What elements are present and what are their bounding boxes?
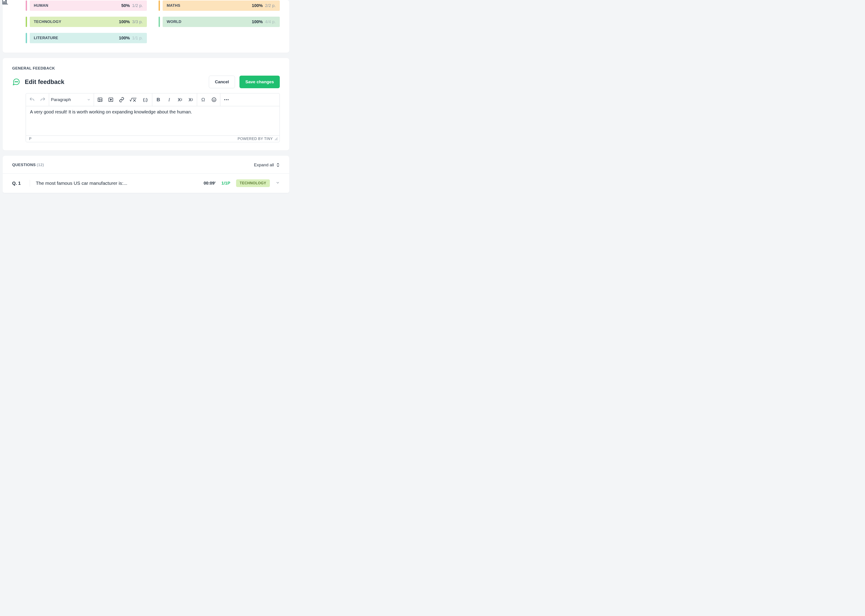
italic-button[interactable]: I: [166, 96, 173, 103]
category-name: TECHNOLOGY: [34, 20, 61, 24]
category-accent: [159, 0, 160, 11]
category-percent: 100%: [119, 36, 130, 41]
svg-rect-0: [3, 2, 5, 3]
general-feedback-label: GENERAL FEEDBACK: [12, 66, 280, 71]
expand-icon: [276, 163, 280, 167]
video-button[interactable]: [107, 96, 114, 103]
category-row[interactable]: LITERATURE100%1/1 p.: [26, 33, 147, 43]
expand-all-button[interactable]: Expand all: [254, 162, 280, 167]
category-points: 4/4 p.: [265, 19, 276, 24]
category-points: 2/2 p.: [265, 3, 276, 8]
format-select[interactable]: Paragraph: [49, 93, 94, 106]
category-percent: 50%: [121, 3, 130, 8]
svg-point-2: [15, 82, 15, 82]
category-accent: [159, 17, 160, 27]
category-stats: 100%2/2 p.: [252, 3, 276, 8]
format-select-label: Paragraph: [51, 97, 71, 102]
category-points: 1/1 p.: [132, 36, 143, 41]
svg-point-14: [224, 99, 225, 100]
image-button[interactable]: [97, 96, 103, 103]
question-time: 00:09': [204, 181, 216, 186]
category-points: 3/3 p.: [132, 19, 143, 24]
feedback-editor[interactable]: A very good result! It is worth working …: [26, 106, 280, 135]
equation-button[interactable]: [129, 96, 137, 103]
subscript-button[interactable]: X2: [176, 96, 183, 103]
category-name: HUMAN: [34, 3, 48, 8]
category-name: MATHS: [167, 3, 180, 8]
category-body: HUMAN50%1/2 p.: [30, 0, 147, 11]
svg-point-16: [227, 99, 228, 100]
undo-button[interactable]: [28, 96, 35, 103]
edit-feedback-title: Edit feedback: [25, 79, 65, 85]
cancel-button[interactable]: Cancel: [209, 75, 235, 88]
svg-point-6: [99, 99, 100, 100]
speech-bubble-icon: [12, 78, 20, 86]
divider: [30, 180, 30, 187]
category-body: MATHS100%2/2 p.: [162, 0, 280, 11]
superscript-button[interactable]: X2: [187, 96, 194, 103]
question-tag: TECHNOLOGY: [236, 179, 270, 187]
category-stats: 50%1/2 p.: [121, 3, 143, 8]
svg-point-15: [226, 99, 227, 100]
expand-all-label: Expand all: [254, 162, 274, 167]
category-name: LITERATURE: [34, 36, 58, 40]
category-stats: 100%4/4 p.: [252, 19, 276, 24]
category-body: TECHNOLOGY100%3/3 p.: [30, 17, 147, 27]
category-stats: 100%1/1 p.: [119, 36, 143, 41]
category-body: LITERATURE100%1/1 p.: [30, 33, 147, 43]
chevron-down-icon[interactable]: [276, 181, 280, 186]
bold-button[interactable]: B: [155, 96, 162, 103]
code-button[interactable]: {;}: [141, 96, 149, 103]
svg-point-3: [16, 82, 17, 82]
category-body: WORLD100%4/4 p.: [162, 17, 280, 27]
svg-rect-1: [5, 0, 6, 3]
question-points: 1/1P: [221, 181, 230, 186]
svg-marker-8: [110, 99, 112, 101]
category-stats: 100%3/3 p.: [119, 19, 143, 24]
powered-by-tiny: POWERED BY TINY: [238, 137, 273, 141]
editor-path: P: [29, 137, 32, 141]
chart-icon: [2, 0, 9, 5]
questions-count: (12): [37, 163, 44, 167]
chevron-down-icon: [87, 98, 91, 102]
category-percent: 100%: [252, 19, 263, 24]
category-accent: [26, 33, 27, 43]
category-row[interactable]: WORLD100%4/4 p.: [159, 17, 280, 27]
svg-point-4: [17, 82, 18, 82]
category-percent: 100%: [252, 3, 263, 8]
category-accent: [26, 17, 27, 27]
question-row[interactable]: Q. 1The most famous US car manufacturer …: [3, 173, 289, 193]
question-text: The most famous US car manufacturer is:.…: [36, 181, 198, 186]
svg-point-11: [212, 98, 216, 102]
category-row[interactable]: MATHS100%2/2 p.: [159, 0, 280, 11]
link-button[interactable]: [118, 96, 125, 103]
category-points: 1/2 p.: [132, 3, 143, 8]
category-percent: 100%: [119, 19, 130, 24]
more-button[interactable]: [223, 96, 230, 103]
category-row[interactable]: TECHNOLOGY100%3/3 p.: [26, 17, 147, 27]
questions-label: QUESTIONS: [12, 163, 36, 167]
question-number: Q. 1: [12, 181, 24, 186]
category-name: WORLD: [167, 20, 181, 24]
category-accent: [26, 0, 27, 11]
editor-toolbar: Paragraph: [26, 93, 280, 106]
emoji-button[interactable]: [211, 96, 217, 103]
resize-handle-icon[interactable]: [274, 137, 278, 140]
editor-content: A very good result! It is worth working …: [30, 109, 192, 114]
redo-button[interactable]: [39, 96, 46, 103]
save-button[interactable]: Save changes: [239, 75, 280, 88]
category-row[interactable]: HUMAN50%1/2 p.: [26, 0, 147, 11]
special-char-button[interactable]: Ω: [200, 96, 206, 103]
